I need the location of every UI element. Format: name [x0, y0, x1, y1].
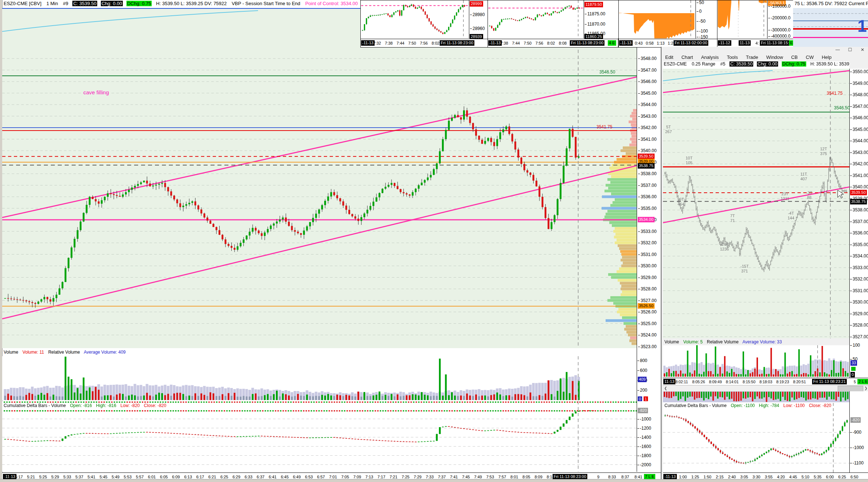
right-price-tick: 3537.00: [853, 219, 868, 224]
main-volume-panel[interactable]: [2, 356, 637, 400]
price-tick-label: 3540.00: [641, 148, 656, 153]
main-poc-label: Point of Control: 3534.00: [304, 1, 359, 6]
scroll-right-arrow[interactable]: ❯: [863, 386, 868, 391]
orange1-tick: -50: [699, 19, 705, 24]
time-tick-label: 6:09: [172, 474, 180, 479]
menu-item-window[interactable]: Window: [766, 54, 783, 60]
main-delta-panel[interactable]: [2, 401, 637, 472]
orange1-time-tick: 0:58: [646, 41, 653, 46]
price-tick-label: 3524.00: [641, 332, 656, 338]
menu-item-analysis[interactable]: Analysis: [701, 54, 719, 60]
orange-area-chart-2[interactable]: [718, 0, 767, 38]
main-study: VBP - Session Start Time to End: [231, 1, 301, 6]
price-tick-label: 3547.00: [641, 68, 656, 73]
right-red-line-label: 3541.75: [827, 91, 842, 96]
mini1-time-axis: -11-137:327:387:447:507:568:028:08Fri 11…: [361, 39, 488, 47]
time-tick-label: 6:05: [160, 474, 168, 479]
scroll-thumb[interactable]: [838, 386, 863, 392]
right-price-tick: 3538.00: [853, 207, 868, 212]
menu-item-cw[interactable]: CW: [806, 54, 814, 60]
delta-header: Cumulative Delta Bars - Volume Open: -81…: [4, 403, 169, 408]
mini-price-label: 11875.00: [587, 11, 605, 16]
time-tick-label: 5:17: [15, 474, 23, 479]
menu-item-edit[interactable]: Edit: [665, 54, 673, 60]
orange1-now-chip: Fri 11-13 02:00:00: [674, 40, 708, 46]
right-delta-tick: -900: [853, 430, 861, 435]
time-tick-label: 9: [597, 474, 599, 479]
main-price-scale[interactable]: 3548.003547.003546.003545.003544.003543.…: [637, 9, 661, 348]
close-button[interactable]: ✕: [856, 47, 868, 53]
right-time-tick: 2:15: [716, 474, 724, 479]
right-relative-volume: Relative Volume: [707, 339, 739, 344]
right-price-chart[interactable]: [663, 69, 849, 338]
mini-date-chip: -11-13: [361, 40, 375, 46]
maximize-button[interactable]: ☐: [844, 47, 856, 53]
right-menu-bar: EditChartAnalysisToolsTradeWindowCBCWHel…: [662, 53, 868, 61]
price-tick-label: 3538.00: [641, 171, 656, 176]
right-green-line-label: 3546.50: [834, 105, 850, 110]
right-period: 0.25 Range: [691, 61, 716, 67]
right-price-tick: 3548.00: [853, 92, 868, 97]
price-tick-label: 3537.00: [641, 183, 656, 188]
orange2-tick: -400000.0: [771, 34, 791, 39]
right-price-tick: 3536.00: [853, 230, 868, 236]
orange1-time-axis: -11-130:430:581:131:28Fri 11-13 02:00:00: [619, 39, 717, 47]
orange2-time-axis: -11-1211-134:Fri 11-13 08:15:00E: [717, 39, 793, 47]
time-tick-label: 5:53: [124, 474, 132, 479]
main-close-badge: C: 3539.50: [72, 1, 97, 6]
main-chart-window: ESZ0-CME [CBV] 1 Min #9 C: 3539.50 Chg: …: [0, 0, 662, 482]
price-tick-label: 3544.00: [641, 102, 656, 107]
menu-item-tools[interactable]: Tools: [727, 54, 738, 60]
time-tick-label: 8:33: [608, 474, 616, 479]
menu-item-help[interactable]: Help: [822, 54, 831, 60]
right-close-badge: C: 3539.50: [729, 61, 753, 67]
green-line-label: 3546.50: [599, 69, 615, 75]
right-scrollbar[interactable]: ❮ ❯: [663, 385, 868, 391]
scroll-left-arrow[interactable]: ❮: [663, 386, 668, 391]
mini-price-label: 28980: [473, 12, 485, 17]
mini-time-tick: 7:32: [373, 41, 381, 46]
time-tick-label: 7:41: [450, 474, 458, 479]
orange1-date-chip: -11-13: [619, 40, 633, 46]
red-line-label: 3541.75: [596, 124, 612, 129]
time-tick-label: 7:49: [474, 474, 482, 479]
background-blue-line: [793, 20, 868, 21]
right-delta-high: High: -784: [759, 403, 779, 408]
orange2-scale: -56363.1-100000.0-200000.0-300000.0-4000…: [767, 0, 794, 38]
right-price-tick: 3530.00: [853, 300, 868, 305]
mini-time-tick: 7:38: [385, 41, 393, 46]
mini-time-tick: 7:50: [524, 41, 531, 46]
time-tick-label: 7:17: [378, 474, 385, 479]
orange-area-chart-1[interactable]: [619, 0, 695, 38]
orange2-date-chip: -11-12: [718, 40, 731, 46]
right-price-tick: 3543.00: [853, 150, 868, 155]
right-time-tick: 6:00: [826, 474, 834, 479]
right-delta-tick: -1000: [853, 445, 864, 450]
right-volume-panel[interactable]: [663, 345, 849, 377]
right-mid-time-tick: 8:09:49: [709, 379, 722, 384]
price-tick-label: 3531.00: [641, 252, 656, 257]
delta-tick-label: -1200: [640, 426, 651, 431]
right-price-scale[interactable]: 3550.003549.003548.003547.003546.003545.…: [849, 69, 868, 338]
time-tick-label: 5:33: [63, 474, 71, 479]
time-tick-label: 5:29: [51, 474, 59, 479]
time-tick-label: 8:37: [621, 474, 629, 479]
orange2-date-chip: 11-13: [739, 40, 751, 46]
time-tick-label: 6:45: [281, 474, 288, 479]
right-mid-now-chip: Fri 11-13 08:23:21: [812, 379, 847, 384]
mini-time-tick: 7:44: [512, 41, 520, 46]
minimize-button[interactable]: —: [831, 47, 844, 53]
menu-item-chart[interactable]: Chart: [681, 54, 693, 60]
time-tick-label: 8:41: [634, 474, 642, 479]
right-time-tick: 5:35: [814, 474, 822, 479]
mini-date-chip: -11-13: [488, 40, 502, 46]
mini-chart-2[interactable]: [488, 0, 583, 38]
menu-item-cb[interactable]: CB: [791, 54, 798, 60]
mini-chart-1[interactable]: [361, 0, 469, 38]
main-price-chart[interactable]: [2, 9, 637, 348]
right-price-tick: 3533.00: [853, 265, 868, 270]
menu-item-trade[interactable]: Trade: [746, 54, 758, 60]
right-price-tick: 3546.00: [853, 115, 868, 120]
right-delta-scale: -820-900-1000-1100: [849, 391, 868, 472]
time-tick-label: 6:37: [257, 474, 264, 479]
